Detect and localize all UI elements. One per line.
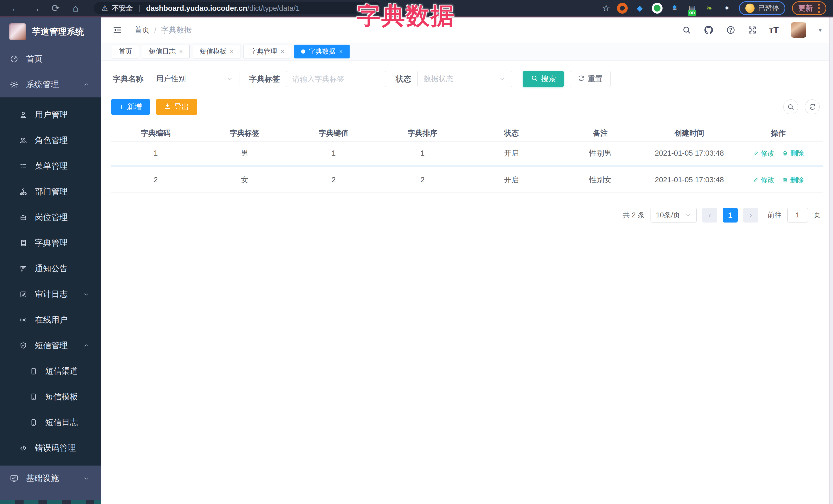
table-cell: 2021-01-05 17:03:48 <box>645 149 734 158</box>
table-row[interactable]: 1男11开启性别男2021-01-05 17:03:48修改删除 <box>111 142 823 167</box>
tab[interactable]: 短信日志× <box>142 45 190 58</box>
users-icon <box>20 137 27 144</box>
proxy-extension-icon[interactable]: ▤on <box>687 3 697 14</box>
sidebar-item-label: 错误码管理 <box>35 442 76 454</box>
menu-list-icon <box>20 162 27 170</box>
sidebar-scrollbar[interactable] <box>0 500 101 504</box>
puzzle-extension-icon[interactable]: ✦ <box>721 3 732 14</box>
sidebar-item-label: 通知公告 <box>35 263 68 274</box>
toggle-search-button[interactable] <box>783 99 798 114</box>
table-cell: 2 <box>378 175 467 184</box>
export-button[interactable]: 导出 <box>156 99 197 115</box>
dashboard-icon <box>10 55 19 63</box>
browser-reload-icon[interactable]: ⟳ <box>47 1 65 16</box>
on-badge: on <box>688 10 696 16</box>
dictionary-icon <box>20 239 27 247</box>
edit-link[interactable]: 修改 <box>753 149 775 158</box>
search-icon[interactable] <box>682 25 691 34</box>
sidebar-item[interactable]: 短信渠道 <box>0 358 101 384</box>
sidebar-item[interactable]: 审计日志 <box>0 282 101 307</box>
table-column-header: 字典排序 <box>378 128 467 139</box>
paused-label: 已暂停 <box>758 4 779 13</box>
add-button[interactable]: + 新增 <box>111 99 150 115</box>
tab[interactable]: 首页 <box>112 45 139 58</box>
tab-active[interactable]: 字典数据× <box>294 45 350 58</box>
app-logo-image <box>9 23 26 40</box>
browser-forward-icon[interactable]: → <box>27 1 45 16</box>
sidebar-item[interactable]: 短信模板 <box>0 384 101 410</box>
gem-extension-icon[interactable]: ◆ <box>634 3 645 14</box>
close-icon[interactable]: × <box>339 48 343 55</box>
shield-extension-icon[interactable] <box>617 3 628 14</box>
table-actions-cell: 修改删除 <box>734 149 823 158</box>
table-cell: 女 <box>200 175 289 185</box>
sidebar-item[interactable]: 岗位管理 <box>0 205 101 230</box>
sms-shield-icon <box>20 342 27 350</box>
leaf-extension-icon[interactable]: ❧ <box>704 3 715 14</box>
refresh-table-button[interactable] <box>805 99 820 114</box>
sidebar-item[interactable]: 字典管理 <box>0 230 101 256</box>
edit-icon <box>753 150 759 157</box>
tab[interactable]: 字典管理× <box>243 45 291 58</box>
url-path: /dict/type/data/1 <box>247 4 300 12</box>
page-size-select[interactable]: 10条/页 <box>650 208 697 222</box>
browser-menu-icon[interactable] <box>818 4 820 13</box>
dict-tag-label: 字典标签 <box>249 74 280 85</box>
browser-home-icon[interactable]: ⌂ <box>67 1 85 16</box>
check-extension-icon[interactable] <box>652 3 663 14</box>
sidebar-item[interactable]: 部门管理 <box>0 179 101 205</box>
sidebar-item[interactable]: 错误码管理 <box>0 435 101 461</box>
breadcrumb-home[interactable]: 首页 <box>134 25 150 35</box>
browser-back-icon[interactable]: ← <box>7 1 25 16</box>
font-size-icon[interactable]: ᴛT <box>769 25 779 35</box>
close-icon[interactable]: × <box>179 48 183 55</box>
status-select[interactable]: 数据状态 <box>417 71 512 87</box>
edit-link[interactable]: 修改 <box>753 175 775 185</box>
help-icon[interactable] <box>726 25 735 34</box>
prev-page-button[interactable]: ‹ <box>702 208 717 222</box>
bookmark-star-icon[interactable]: ☆ <box>602 3 610 14</box>
current-page-button[interactable]: 1 <box>723 208 738 222</box>
dict-tag-input[interactable] <box>286 71 386 87</box>
delete-link[interactable]: 删除 <box>782 149 804 158</box>
sidebar-item[interactable]: 角色管理 <box>0 128 101 153</box>
sidebar-item[interactable]: 短信日志 <box>0 410 101 435</box>
app-logo-row[interactable]: 芋道管理系统 <box>0 18 101 46</box>
tab[interactable]: 短信模板× <box>193 45 240 58</box>
close-icon[interactable]: × <box>281 48 284 55</box>
table-cell: 开启 <box>467 175 556 185</box>
delete-link[interactable]: 删除 <box>782 175 804 185</box>
refresh-icon <box>809 103 816 111</box>
fullscreen-icon[interactable] <box>748 25 757 34</box>
sidebar-item[interactable]: 系统管理 <box>0 72 101 97</box>
search-button[interactable]: 搜索 <box>523 71 564 87</box>
address-bar[interactable]: ⚠ 不安全 | dashboard.yudao.iocoder.cn/dict/… <box>94 2 381 14</box>
paused-extension-pill[interactable]: 已暂停 <box>739 1 785 15</box>
sidebar-item[interactable]: 用户管理 <box>0 102 101 128</box>
next-page-button[interactable]: › <box>743 208 758 222</box>
page-scrollbar[interactable] <box>829 18 833 504</box>
tab-label: 字典管理 <box>251 47 277 56</box>
github-icon[interactable] <box>704 25 714 35</box>
user-avatar[interactable] <box>791 22 806 38</box>
table-row[interactable]: 2女22开启性别女2021-01-05 17:03:48修改删除 <box>111 167 823 193</box>
reset-button[interactable]: 重置 <box>570 71 611 87</box>
phone-icon <box>30 393 38 401</box>
sidebar-item[interactable]: 菜单管理 <box>0 153 101 179</box>
sidebar-item[interactable]: 短信管理 <box>0 333 101 358</box>
phone-icon <box>30 367 38 375</box>
close-icon[interactable]: × <box>230 48 234 55</box>
chevron-down-icon <box>499 76 506 82</box>
user-menu-caret-icon[interactable]: ▾ <box>819 26 822 33</box>
goto-page-input[interactable] <box>787 208 808 222</box>
sidebar-item[interactable]: 首页 <box>0 46 101 72</box>
phone-icon <box>30 393 38 401</box>
browser-update-button[interactable]: 更新 <box>792 1 826 15</box>
sidebar-item[interactable]: 基础设施 <box>0 465 101 491</box>
org-tree-icon <box>20 188 27 196</box>
sidebar-collapse-icon[interactable] <box>112 25 122 35</box>
sidebar-item[interactable]: 通知公告 <box>0 256 101 282</box>
dict-name-select[interactable]: 用户性别 <box>150 71 239 87</box>
sidebar-item[interactable]: 在线用户 <box>0 307 101 333</box>
sliders-extension-icon[interactable]: ≡◆ <box>669 3 680 14</box>
